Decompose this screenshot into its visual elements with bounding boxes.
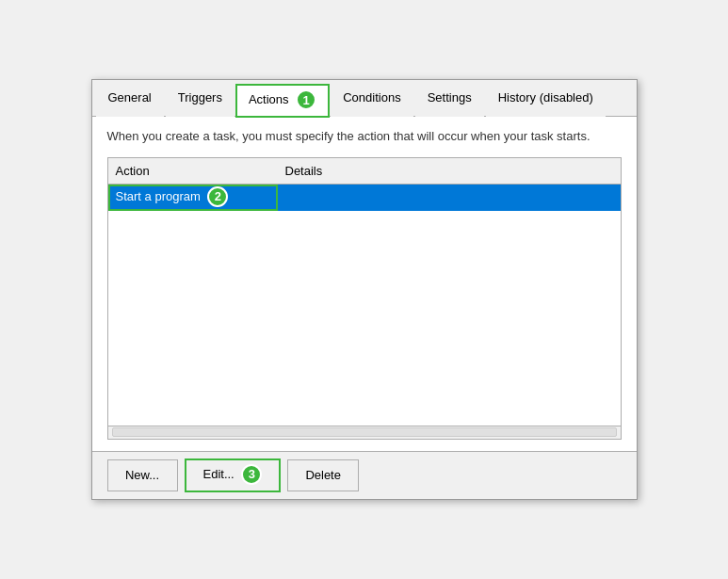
- task-dialog: General Triggers Actions 1 Conditions Se…: [91, 79, 638, 499]
- table-body: Start a program 2: [108, 185, 621, 426]
- delete-button[interactable]: Delete: [287, 459, 359, 491]
- actions-table: Action Details Start a program 2: [107, 157, 622, 440]
- tab-conditions[interactable]: Conditions: [331, 85, 413, 117]
- col-header-details: Details: [278, 162, 621, 180]
- content-area: When you create a task, you must specify…: [92, 117, 637, 450]
- tab-bar: General Triggers Actions 1 Conditions Se…: [92, 80, 637, 117]
- scrollbar-track: [112, 427, 617, 437]
- tab-general[interactable]: General: [96, 85, 164, 117]
- description-text: When you create a task, you must specify…: [107, 128, 622, 145]
- table-row[interactable]: Start a program 2: [108, 185, 621, 211]
- badge-1: 1: [296, 89, 316, 110]
- cell-action: Start a program 2: [108, 185, 278, 211]
- cell-details: [278, 185, 621, 211]
- tab-actions[interactable]: Actions 1: [236, 85, 329, 117]
- badge-3: 3: [241, 464, 262, 485]
- edit-button[interactable]: Edit... 3: [186, 459, 281, 491]
- badge-2: 2: [207, 186, 228, 207]
- tab-history[interactable]: History (disabled): [486, 85, 606, 117]
- button-bar: New... Edit... 3 Delete: [92, 451, 637, 499]
- tab-settings[interactable]: Settings: [415, 85, 484, 117]
- table-header: Action Details: [108, 158, 621, 185]
- new-button[interactable]: New...: [107, 459, 178, 491]
- tab-triggers[interactable]: Triggers: [166, 85, 235, 117]
- horizontal-scrollbar[interactable]: [108, 426, 621, 439]
- col-header-action: Action: [108, 162, 278, 180]
